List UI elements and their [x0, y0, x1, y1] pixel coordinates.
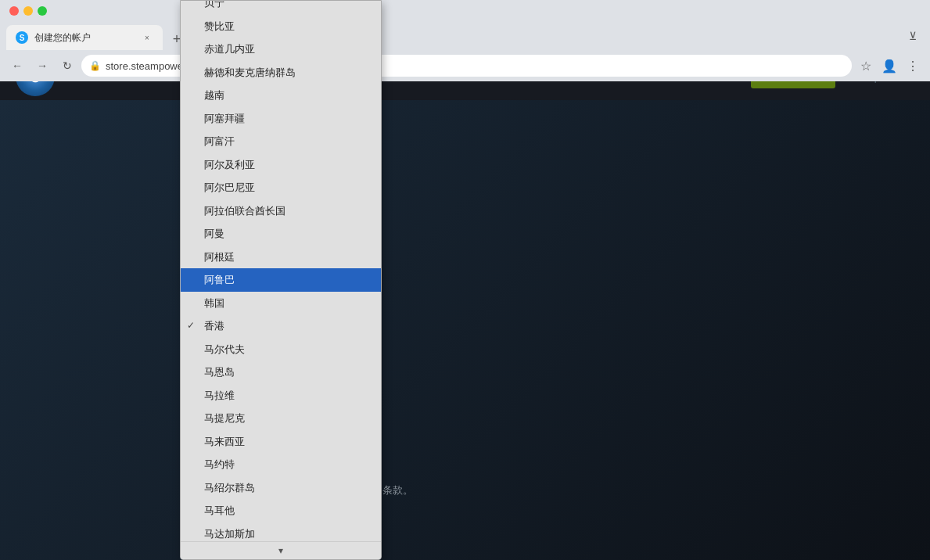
- dropdown-item-heard-mcdonald[interactable]: 赫德和麦克唐纳群岛: [181, 61, 381, 84]
- close-window-button[interactable]: [9, 6, 19, 16]
- dropdown-item-martinique[interactable]: 马提尼克: [181, 407, 381, 430]
- dropdown-item-azerbaijan[interactable]: 阿塞拜疆: [181, 107, 381, 131]
- dropdown-item-albania[interactable]: 阿尔巴尼亚: [181, 176, 381, 199]
- dropdown-item-afghanistan[interactable]: 阿富汗: [181, 130, 381, 153]
- steam-page: ⊕ ↓ 安装 Steam 登录 | 语言 ▾ 和《Valve 隐私政策》的条款。: [0, 53, 930, 560]
- maximize-window-button[interactable]: [38, 6, 47, 16]
- bookmark-star-icon[interactable]: ☆: [855, 55, 877, 77]
- dropdown-item-hong-kong[interactable]: 香港: [181, 314, 381, 338]
- dropdown-item-malawi2[interactable]: 马拉维: [181, 384, 381, 407]
- menu-icon[interactable]: ⋮: [902, 55, 924, 77]
- browser-title-bar: [0, 0, 930, 22]
- country-dropdown[interactable]: 英属印度洋领地英属维尔京群岛荷兰莫桑比克莱索托菲律宾萨尔瓦多萨摩亚葡萄牙蒙古蒙特…: [180, 0, 382, 560]
- dropdown-item-equatorial-guinea[interactable]: 赤道几内亚: [181, 38, 381, 61]
- dropdown-item-zambia[interactable]: 赞比亚: [181, 15, 381, 38]
- tab-close-button[interactable]: ×: [141, 31, 153, 44]
- dropdown-item-malaysia[interactable]: 马来西亚: [181, 430, 381, 454]
- tab-title: 创建您的帐户: [34, 31, 135, 45]
- reload-button[interactable]: ↻: [56, 55, 78, 77]
- browser-chrome: S 创建您的帐户 × + ⊻ ← → ↻ 🔒 store.steampowere…: [0, 0, 930, 53]
- steam-content: 和《Valve 隐私政策》的条款。: [0, 100, 930, 560]
- forward-button[interactable]: →: [31, 55, 53, 77]
- dropdown-item-benin[interactable]: 贝宁: [181, 0, 381, 15]
- dropdown-item-korea[interactable]: 韩国: [181, 292, 381, 315]
- dropdown-item-malawi[interactable]: 马恩岛: [181, 361, 381, 384]
- traffic-lights: [9, 6, 47, 16]
- dropdown-item-marshall-islands[interactable]: 马绍尔群岛: [181, 476, 381, 500]
- lock-icon: 🔒: [89, 60, 101, 71]
- tab-search-button[interactable]: ⊻: [902, 25, 924, 47]
- dropdown-item-vietnam[interactable]: 越南: [181, 84, 381, 107]
- toolbar-actions: ☆ 👤 ⋮: [855, 55, 924, 77]
- dropdown-item-oman[interactable]: 阿曼: [181, 222, 381, 246]
- dropdown-item-uae[interactable]: 阿拉伯联合酋长国: [181, 199, 381, 223]
- dropdown-item-aruba[interactable]: 阿鲁巴: [181, 268, 381, 292]
- tab-favicon: S: [16, 31, 28, 44]
- minimize-window-button[interactable]: [23, 6, 33, 16]
- dropdown-item-mayotte[interactable]: 马约特: [181, 453, 381, 476]
- browser-tab-active[interactable]: S 创建您的帐户 ×: [6, 25, 163, 50]
- profile-icon[interactable]: 👤: [878, 55, 900, 77]
- browser-toolbar: ← → ↻ 🔒 store.steampowered.c... ☆ 👤 ⋮: [0, 50, 930, 81]
- dropdown-scroll-down-indicator: ▾: [181, 541, 381, 559]
- dropdown-item-maldives[interactable]: 马尔代夫: [181, 338, 381, 361]
- back-button[interactable]: ←: [6, 55, 28, 77]
- dropdown-item-argentina[interactable]: 阿根廷: [181, 246, 381, 269]
- dropdown-item-algeria[interactable]: 阿尔及利亚: [181, 153, 381, 177]
- dropdown-item-malta[interactable]: 马耳他: [181, 499, 381, 522]
